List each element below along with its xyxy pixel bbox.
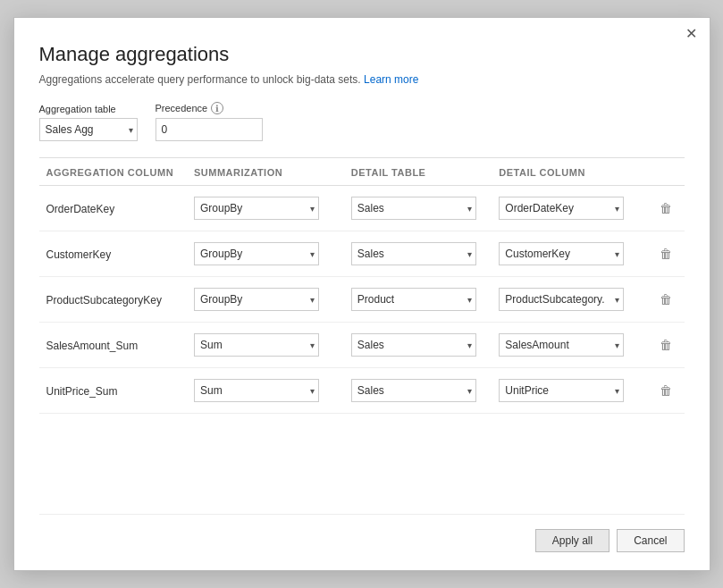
agg-table-label: Aggregation table bbox=[39, 104, 138, 114]
precedence-group: Precedence ℹ bbox=[156, 102, 263, 141]
detail-column-select-wrapper: SalesAmount bbox=[499, 333, 624, 357]
delete-row-button[interactable]: 🗑 bbox=[656, 245, 676, 263]
header-detail-column: DETAIL COLUMN bbox=[492, 158, 649, 186]
summarization-select-wrapper: GroupBySumCountMinMaxAverage bbox=[194, 197, 319, 220]
header-summarization: SUMMARIZATION bbox=[187, 158, 344, 186]
aggregations-table: AGGREGATION COLUMN SUMMARIZATION DETAIL … bbox=[39, 158, 685, 414]
summarization-select-wrapper: GroupBySumCountMinMaxAverage bbox=[194, 242, 319, 265]
header-action bbox=[649, 158, 684, 186]
detail-table-select[interactable]: SalesProductCustomer bbox=[351, 379, 476, 402]
table-row: OrderDateKeyGroupBySumCountMinMaxAverage… bbox=[39, 186, 685, 231]
summarization-select[interactable]: GroupBySumCountMinMaxAverage bbox=[194, 242, 319, 265]
delete-row-button[interactable]: 🗑 bbox=[656, 199, 676, 217]
summarization-select[interactable]: GroupBySumCountMinMaxAverage bbox=[194, 333, 319, 357]
precedence-input[interactable] bbox=[156, 118, 263, 141]
delete-row-button[interactable]: 🗑 bbox=[656, 290, 676, 308]
detail-table-select-wrapper: SalesProductCustomer bbox=[351, 242, 476, 265]
summarization-select[interactable]: GroupBySumCountMinMaxAverage bbox=[194, 197, 319, 220]
agg-column-name: OrderDateKey bbox=[46, 203, 115, 215]
detail-column-select[interactable]: SalesAmount bbox=[499, 333, 624, 357]
summarization-select[interactable]: GroupBySumCountMinMaxAverage bbox=[194, 288, 319, 311]
detail-table-select[interactable]: SalesProductCustomer bbox=[351, 288, 476, 311]
summarization-select-wrapper: GroupBySumCountMinMaxAverage bbox=[194, 379, 319, 402]
controls-row: Aggregation table Sales Agg Precedence ℹ bbox=[39, 102, 685, 141]
detail-table-select[interactable]: SalesProductCustomer bbox=[351, 242, 476, 265]
table-row: CustomerKeyGroupBySumCountMinMaxAverageS… bbox=[39, 231, 685, 277]
cancel-button[interactable]: Cancel bbox=[617, 529, 684, 552]
table-header-row: AGGREGATION COLUMN SUMMARIZATION DETAIL … bbox=[39, 158, 685, 186]
detail-column-select[interactable]: OrderDateKey bbox=[499, 197, 624, 220]
precedence-label: Precedence bbox=[156, 103, 208, 113]
table-container: AGGREGATION COLUMN SUMMARIZATION DETAIL … bbox=[39, 157, 685, 505]
detail-table-select[interactable]: SalesProductCustomer bbox=[351, 197, 476, 220]
summarization-select[interactable]: GroupBySumCountMinMaxAverage bbox=[194, 379, 319, 402]
delete-row-button[interactable]: 🗑 bbox=[656, 382, 676, 399]
dialog-footer: Apply all Cancel bbox=[39, 514, 685, 552]
learn-more-link[interactable]: Learn more bbox=[364, 73, 418, 86]
dialog-subtitle: Aggregations accelerate query performanc… bbox=[39, 73, 685, 86]
agg-column-name: UnitPrice_Sum bbox=[46, 385, 118, 398]
header-agg-column: AGGREGATION COLUMN bbox=[39, 158, 188, 186]
detail-table-select-wrapper: SalesProductCustomer bbox=[351, 333, 476, 357]
agg-table-select-wrapper: Sales Agg bbox=[39, 118, 138, 141]
table-row: SalesAmount_SumGroupBySumCountMinMaxAver… bbox=[39, 323, 685, 368]
agg-column-name: SalesAmount_Sum bbox=[46, 340, 139, 352]
detail-table-select[interactable]: SalesProductCustomer bbox=[351, 333, 476, 357]
agg-column-name: ProductSubcategoryKey bbox=[46, 294, 162, 307]
detail-column-select[interactable]: UnitPrice bbox=[499, 379, 624, 402]
precedence-info-icon: ℹ bbox=[211, 102, 223, 114]
table-row: UnitPrice_SumGroupBySumCountMinMaxAverag… bbox=[39, 368, 685, 414]
header-detail-table: DETAIL TABLE bbox=[344, 158, 492, 186]
agg-column-name: CustomerKey bbox=[46, 248, 112, 261]
agg-table-group: Aggregation table Sales Agg bbox=[39, 104, 138, 141]
detail-table-select-wrapper: SalesProductCustomer bbox=[351, 379, 476, 402]
manage-aggregations-dialog: ✕ Manage aggregations Aggregations accel… bbox=[13, 17, 710, 571]
close-button[interactable]: ✕ bbox=[685, 27, 697, 41]
detail-table-select-wrapper: SalesProductCustomer bbox=[351, 197, 476, 220]
delete-row-button[interactable]: 🗑 bbox=[656, 336, 676, 354]
detail-column-select-wrapper: OrderDateKey bbox=[499, 197, 624, 220]
detail-table-select-wrapper: SalesProductCustomer bbox=[351, 288, 476, 311]
table-row: ProductSubcategoryKeyGroupBySumCountMinM… bbox=[39, 277, 685, 323]
detail-column-select[interactable]: ProductSubcategory... bbox=[499, 288, 624, 311]
detail-column-select[interactable]: CustomerKey bbox=[499, 242, 624, 265]
detail-column-select-wrapper: ProductSubcategory... bbox=[499, 288, 624, 311]
dialog-title: Manage aggregations bbox=[39, 43, 685, 66]
summarization-select-wrapper: GroupBySumCountMinMaxAverage bbox=[194, 288, 319, 311]
apply-all-button[interactable]: Apply all bbox=[535, 529, 610, 552]
table-body: OrderDateKeyGroupBySumCountMinMaxAverage… bbox=[39, 186, 685, 414]
detail-column-select-wrapper: UnitPrice bbox=[499, 379, 624, 402]
agg-table-select[interactable]: Sales Agg bbox=[39, 118, 138, 141]
detail-column-select-wrapper: CustomerKey bbox=[499, 242, 624, 265]
summarization-select-wrapper: GroupBySumCountMinMaxAverage bbox=[194, 333, 319, 357]
